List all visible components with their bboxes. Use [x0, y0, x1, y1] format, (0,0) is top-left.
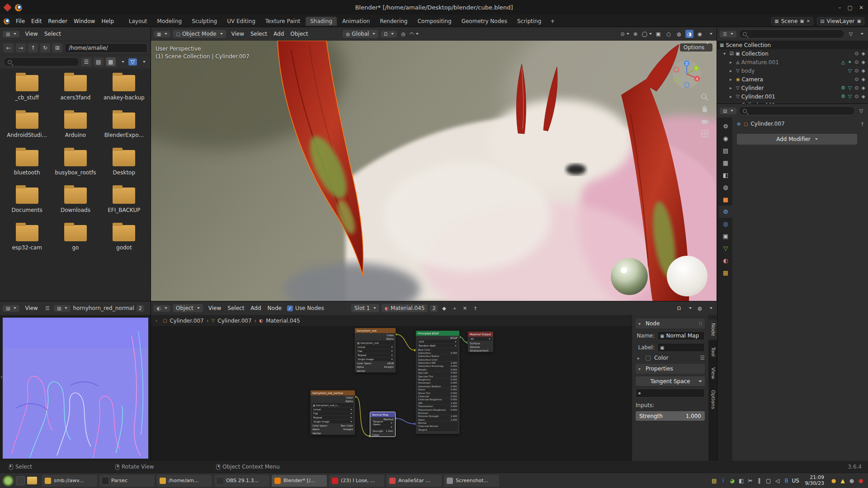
- material-datablock[interactable]: ◐ Material.045: [382, 304, 428, 312]
- shader-menu-item[interactable]: View: [205, 304, 224, 313]
- node-input-slider[interactable]: Clearcoat0.000: [417, 394, 458, 398]
- shading-dropdown[interactable]: [706, 30, 714, 38]
- snapping-icon[interactable]: Ω: [675, 304, 683, 312]
- node-dropdown[interactable]: Linear: [312, 408, 354, 411]
- outliner-row-object[interactable]: ▸ ▽ Cylinder.001 ⚙▽⊙◈: [717, 92, 868, 101]
- view-layer-tab[interactable]: ▦: [719, 157, 732, 169]
- taskbar-window-button[interactable]: smb://awv...: [42, 475, 97, 487]
- outliner-row-object[interactable]: ▸ ▽ Cylinder ⚙▽⊙◈: [717, 84, 868, 92]
- xray-toggle-button[interactable]: ▣: [654, 30, 662, 38]
- taskbar-window-button[interactable]: OBS 29.1.3...: [214, 475, 269, 487]
- file-manager-button[interactable]: [27, 477, 37, 484]
- folder-item[interactable]: Downloads: [51, 188, 99, 213]
- node-input-slider[interactable]: Subsurface IOR1.400: [417, 361, 458, 365]
- chevron-right-icon[interactable]: ▸: [730, 85, 734, 90]
- node-input-slider[interactable]: Anisotropic Rotation0.000: [417, 385, 458, 388]
- folder-item[interactable]: BlenderExpo...: [100, 113, 148, 138]
- node-prop-value[interactable]: Non-Color: [341, 424, 353, 427]
- viewport-menu-item[interactable]: Add: [270, 29, 287, 38]
- image-selector[interactable]: ▨hornyhorn_red_n...: [312, 403, 354, 407]
- chevron-right-icon[interactable]: ▸: [730, 60, 734, 65]
- folder-item[interactable]: acers3fand: [51, 75, 99, 101]
- options-dropdown[interactable]: Options: [680, 43, 712, 52]
- node-dropdown[interactable]: GGX: [417, 340, 458, 343]
- overlays-dropdown[interactable]: [706, 304, 714, 312]
- node-input-slider[interactable]: Sheen Tint0.500: [417, 391, 458, 394]
- topbar-menu-item[interactable]: Edit: [28, 17, 45, 26]
- workspace-tab[interactable]: Rendering: [375, 17, 412, 26]
- node-input-slider[interactable]: Subsurface0.000: [417, 351, 458, 354]
- taskbar-window-button[interactable]: Parsec: [99, 475, 155, 487]
- minimize-button[interactable]: –: [839, 5, 841, 11]
- add-workspace-button[interactable]: +: [546, 17, 559, 26]
- snapping-dropdown[interactable]: [685, 304, 693, 312]
- outliner-options-dropdown[interactable]: [857, 30, 865, 38]
- shader-type-dropdown[interactable]: Object: [173, 304, 203, 312]
- viewport-menu-item[interactable]: Object: [287, 29, 311, 38]
- node-dropdown[interactable]: Flat: [356, 349, 394, 353]
- normal-map-image[interactable]: [3, 318, 148, 459]
- pause-icon[interactable]: ‖: [755, 476, 764, 486]
- scissors-icon[interactable]: ✂: [746, 476, 755, 486]
- sidebar-tab[interactable]: Options: [708, 386, 717, 413]
- scene-selector[interactable]: ▦ Scene ▣ ✕: [771, 17, 813, 25]
- workspace-tab[interactable]: Layout: [124, 17, 152, 26]
- presets-icon[interactable]: ☰: [700, 355, 705, 361]
- node-header[interactable]: hornyhorn_red: [355, 328, 396, 333]
- folder-item[interactable]: AndroidStudi...: [3, 113, 51, 138]
- node-input-slider[interactable]: Base Color: [417, 348, 458, 351]
- close-button[interactable]: ✕: [859, 5, 863, 11]
- slot-dropdown[interactable]: Slot 1: [351, 304, 379, 312]
- viewport-menu-item[interactable]: Select: [247, 29, 270, 38]
- node-header[interactable]: Principled BSDF: [416, 331, 459, 336]
- show-desktop-button[interactable]: [16, 476, 25, 485]
- sidebar-tab[interactable]: Tool: [708, 343, 717, 360]
- strength-slider[interactable]: Strength1.000: [372, 429, 394, 433]
- file-search-input[interactable]: [4, 57, 79, 66]
- eye-icon[interactable]: ⊙: [854, 76, 859, 82]
- start-menu-button[interactable]: [3, 475, 14, 486]
- sidebar-tab[interactable]: Node: [708, 319, 717, 340]
- checkbox-icon[interactable]: ☑: [730, 51, 734, 56]
- node-input-slider[interactable]: Subsurface Color: [417, 358, 458, 361]
- editor-type-button[interactable]: ☰: [720, 31, 736, 38]
- workspace-tab[interactable]: Scripting: [513, 17, 546, 26]
- visibility-dropdown[interactable]: ⊙: [620, 30, 629, 38]
- refresh-button[interactable]: ↻: [40, 43, 50, 52]
- new-material-button[interactable]: ＋: [450, 304, 458, 312]
- node-dropdown[interactable]: Single Image: [356, 357, 394, 361]
- outliner-row-object[interactable]: ▸ ▽ Cylinder.002 ⊙◈: [717, 101, 868, 104]
- chevron-right-icon[interactable]: ▸: [637, 356, 642, 361]
- node-input-slider[interactable]: Clearcoat Roughness0.030: [417, 398, 458, 401]
- scene-tab[interactable]: ◧: [719, 169, 732, 181]
- folder-item[interactable]: _cb_stuff: [3, 75, 51, 101]
- blender-menu-icon[interactable]: [4, 18, 10, 24]
- shading-wireframe-button[interactable]: ○: [665, 30, 673, 38]
- image-editor-menu-item[interactable]: View: [22, 304, 41, 313]
- node-dropdown[interactable]: Linear: [356, 345, 394, 349]
- view-layer-selector[interactable]: ▤ ViewLayer ▣: [817, 17, 864, 25]
- shading-rendered-button[interactable]: ◉: [696, 30, 704, 38]
- transform-orientation-dropdown[interactable]: ◍Global: [343, 30, 378, 38]
- modifiers-tab[interactable]: ⚙: [719, 206, 732, 218]
- node-input-slider[interactable]: Emission: [417, 411, 458, 414]
- navigation-gizmo[interactable]: Z Y X: [672, 59, 702, 91]
- physics-tab[interactable]: ◎: [719, 218, 732, 230]
- render-visibility-icon[interactable]: ◈: [862, 51, 865, 56]
- properties-filter-icon[interactable]: ▽: [857, 107, 865, 115]
- render-visibility-icon[interactable]: ◈: [862, 94, 865, 99]
- taskbar-window-button[interactable]: Blender* [/...: [272, 475, 327, 487]
- back-button[interactable]: ←: [4, 43, 14, 52]
- sidebar-tab[interactable]: View: [708, 364, 717, 383]
- taskbar-window-button[interactable]: Screenshot...: [444, 475, 499, 487]
- info-icon[interactable]: i: [719, 476, 728, 486]
- workspace-tab[interactable]: Shading: [306, 17, 337, 26]
- scene-unlink-icon[interactable]: ✕: [807, 19, 810, 23]
- node-input-slider[interactable]: Sheen0.000: [417, 388, 458, 391]
- shader-menu-item[interactable]: Select: [224, 304, 247, 313]
- eye-icon[interactable]: ⊙: [854, 85, 859, 91]
- material-tab[interactable]: ◐: [719, 254, 732, 267]
- image-datablock-dropdown[interactable]: ▨: [54, 305, 71, 312]
- eye-icon[interactable]: ⊙: [854, 51, 859, 56]
- chevron-right-icon[interactable]: ▸: [730, 68, 734, 73]
